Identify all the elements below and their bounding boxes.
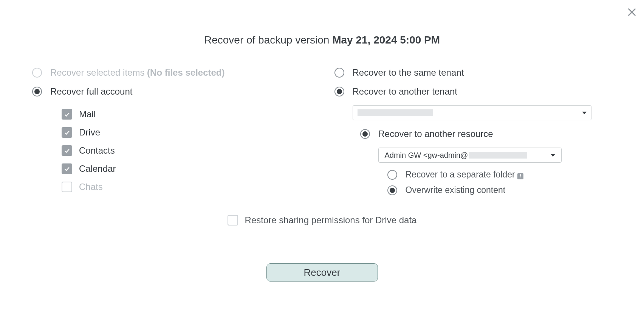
checkbox-label: Mail bbox=[79, 109, 96, 120]
radio-label: Recover to another tenant bbox=[353, 86, 458, 97]
recover-scope-column: Recover selected items (No files selecte… bbox=[30, 67, 312, 201]
radio-icon bbox=[360, 129, 370, 139]
service-checkbox-list: Mail Drive Contacts Calendar Chats bbox=[62, 109, 312, 192]
radio-icon bbox=[32, 87, 42, 96]
radio-label: Recover selected items (No files selecte… bbox=[50, 67, 225, 78]
radio-overwrite[interactable]: Overwrite existing content bbox=[387, 185, 614, 195]
title-prefix: Recover of backup version bbox=[204, 34, 332, 46]
radio-label: Recover to a separate folderi bbox=[406, 170, 523, 180]
radio-icon bbox=[387, 185, 397, 195]
checkbox-mail[interactable]: Mail bbox=[62, 109, 312, 120]
title-date: May 21, 2024 5:00 PM bbox=[332, 34, 440, 46]
close-icon[interactable] bbox=[627, 7, 637, 17]
resource-select[interactable]: Admin GW <gw-admin@ bbox=[378, 148, 562, 163]
checkbox-icon bbox=[228, 215, 238, 226]
checkbox-label: Chats bbox=[79, 182, 103, 192]
checkbox-icon bbox=[62, 109, 72, 120]
checkbox-icon bbox=[62, 163, 72, 174]
radio-separate-folder[interactable]: Recover to a separate folderi bbox=[387, 170, 614, 180]
radio-another-tenant[interactable]: Recover to another tenant bbox=[334, 86, 614, 97]
recover-dialog: Recover of backup version May 21, 2024 5… bbox=[0, 0, 644, 297]
chevron-down-icon bbox=[551, 154, 555, 157]
checkbox-restore-sharing[interactable]: Restore sharing permissions for Drive da… bbox=[30, 215, 614, 226]
checkbox-label: Restore sharing permissions for Drive da… bbox=[245, 215, 417, 226]
radio-label: Recover to another resource bbox=[378, 129, 493, 139]
radio-recover-selected-items: Recover selected items (No files selecte… bbox=[32, 67, 312, 78]
checkbox-icon bbox=[62, 127, 72, 138]
dialog-title: Recover of backup version May 21, 2024 5… bbox=[30, 34, 614, 46]
checkbox-label: Calendar bbox=[79, 163, 116, 174]
checkbox-icon bbox=[62, 182, 72, 192]
radio-label: Recover to the same tenant bbox=[353, 67, 464, 78]
radio-label: Recover full account bbox=[50, 86, 132, 97]
checkbox-chats: Chats bbox=[62, 182, 312, 192]
radio-label: Overwrite existing content bbox=[406, 185, 506, 195]
radio-another-resource[interactable]: Recover to another resource bbox=[360, 129, 614, 139]
tenant-value-masked bbox=[358, 109, 433, 116]
checkbox-label: Drive bbox=[79, 127, 100, 138]
radio-icon bbox=[334, 68, 344, 78]
recover-button[interactable]: Recover bbox=[266, 263, 378, 282]
radio-icon bbox=[334, 87, 344, 96]
checkbox-contacts[interactable]: Contacts bbox=[62, 145, 312, 156]
info-icon[interactable]: i bbox=[517, 173, 523, 179]
recover-destination-column: Recover to the same tenant Recover to an… bbox=[334, 67, 614, 201]
radio-recover-full-account[interactable]: Recover full account bbox=[32, 86, 312, 97]
checkbox-label: Contacts bbox=[79, 145, 115, 156]
resource-value-masked bbox=[469, 152, 527, 159]
radio-icon bbox=[387, 170, 397, 180]
radio-icon bbox=[32, 68, 42, 78]
resource-value: Admin GW <gw-admin@ bbox=[385, 151, 528, 160]
checkbox-icon bbox=[62, 145, 72, 156]
chevron-down-icon bbox=[582, 112, 587, 114]
tenant-select[interactable] bbox=[353, 105, 591, 120]
checkbox-drive[interactable]: Drive bbox=[62, 127, 312, 138]
radio-same-tenant[interactable]: Recover to the same tenant bbox=[334, 67, 614, 78]
checkbox-calendar[interactable]: Calendar bbox=[62, 163, 312, 174]
